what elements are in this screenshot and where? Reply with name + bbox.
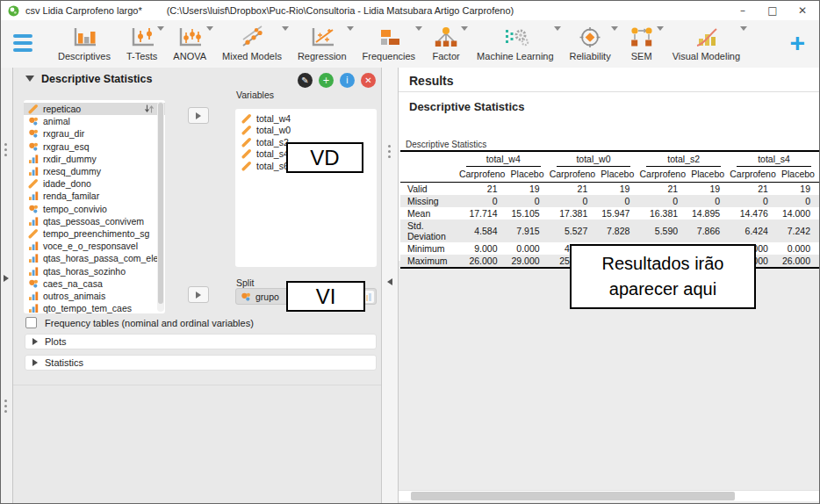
- nominal-variable-icon: [28, 278, 39, 289]
- variable-item[interactable]: total_w4: [235, 112, 377, 125]
- row-label: Mean: [400, 207, 458, 220]
- ribbon-module-t-tests[interactable]: T-Tests: [119, 23, 165, 61]
- ribbon-module-reliability[interactable]: Reliability: [562, 23, 619, 61]
- variable-item[interactable]: qtas_horas_sozinho: [24, 264, 165, 277]
- table-cell: 0: [596, 195, 638, 207]
- splitter-grip-icon[interactable]: [388, 145, 391, 158]
- descriptives-icon: [69, 25, 99, 51]
- assign-split-button[interactable]: [188, 286, 209, 303]
- expand-data-panel-icon[interactable]: [4, 275, 9, 282]
- add-module-button[interactable]: +: [789, 27, 805, 59]
- variable-item[interactable]: rxdir_dummy: [24, 153, 165, 165]
- row-label: Missing: [400, 195, 458, 207]
- maximize-button[interactable]: □: [758, 1, 788, 20]
- sort-az-icon[interactable]: [144, 104, 155, 116]
- split-field-label: Split: [236, 277, 254, 288]
- table-cell: 0: [777, 195, 819, 207]
- table-cell: 0: [549, 195, 597, 207]
- variable-item[interactable]: qto_tempo_tem_caes: [24, 302, 165, 313]
- variable-item[interactable]: caes_na_casa: [24, 277, 165, 290]
- table-cell: 21: [458, 183, 507, 196]
- table-cell: 15.105: [507, 207, 549, 220]
- ribbon-module-regression[interactable]: Regression: [290, 23, 355, 61]
- variable-item[interactable]: renda_familar: [24, 190, 165, 202]
- table-cell: 21: [549, 183, 597, 196]
- chevron-down-icon[interactable]: [206, 26, 213, 31]
- data-panel-splitter[interactable]: [1, 68, 13, 503]
- chevron-down-icon[interactable]: [740, 26, 747, 31]
- variable-item[interactable]: voce_e_o_responsavel: [24, 240, 165, 252]
- close-button[interactable]: ✕: [788, 1, 817, 20]
- variable-name: tempo_preenchimento_sg: [43, 228, 149, 239]
- variable-item[interactable]: tempo_convivio: [24, 203, 165, 215]
- ribbon-module-visual-modeling[interactable]: Visual Modeling: [665, 23, 748, 61]
- variable-item[interactable]: repeticao: [24, 103, 165, 115]
- table-cell: 0: [687, 195, 729, 207]
- table-row: Mean17.71415.10517.38115.94716.38114.895…: [400, 207, 819, 220]
- ordinal-variable-icon: [28, 191, 39, 201]
- chevron-down-icon[interactable]: [347, 26, 354, 31]
- anova-icon: [175, 25, 205, 51]
- results-panel: Results Descriptive Statistics Descripti…: [399, 68, 819, 503]
- chevron-down-icon[interactable]: [657, 26, 664, 31]
- frequency-tables-option: Frequency tables (nominal and ordinal va…: [25, 317, 254, 328]
- duplicate-analysis-button[interactable]: +: [319, 73, 334, 88]
- table-subheader: Carprofeno: [638, 167, 687, 183]
- table-row: Std. Deviation4.5847.9155.5277.8285.5907…: [400, 220, 819, 242]
- statistics-section-bar[interactable]: Statistics: [25, 355, 377, 371]
- analysis-header: Descriptive Statistics ✎+i✕: [13, 72, 381, 90]
- ribbon-module-machine-learning[interactable]: Machine Learning: [469, 23, 561, 61]
- variable-item[interactable]: tempo_preenchimento_sg: [24, 227, 165, 240]
- assigned-variables-list[interactable]: total_w4total_w0total_s2total_s4total_s6: [235, 109, 377, 267]
- variable-item[interactable]: total_w0: [235, 125, 377, 137]
- variable-item[interactable]: qtas_horas_passa_com_ele: [24, 252, 165, 264]
- variable-name: total_w0: [256, 125, 291, 135]
- ribbon-module-factor[interactable]: Factor: [423, 23, 469, 61]
- info-button[interactable]: i: [340, 73, 355, 88]
- chevron-down-icon[interactable]: [415, 26, 422, 31]
- variable-name: qtas_horas_passa_com_ele: [43, 253, 158, 263]
- scale-variable-icon: [28, 178, 39, 189]
- scrollbar-thumb[interactable]: [411, 492, 735, 500]
- variable-item[interactable]: idade_dono: [24, 177, 165, 190]
- variable-item[interactable]: rxesq_dummy: [24, 165, 165, 177]
- splitter-grip-icon[interactable]: [4, 400, 7, 413]
- frequency-tables-label: Frequency tables (nominal and ordinal va…: [45, 318, 254, 328]
- chevron-down-icon[interactable]: [461, 26, 468, 31]
- frequency-tables-checkbox[interactable]: [25, 317, 37, 328]
- chevron-down-icon[interactable]: [554, 26, 561, 31]
- collapse-analysis-icon[interactable]: [25, 76, 34, 82]
- sem-icon: [627, 25, 657, 51]
- variable-item[interactable]: rxgrau_esq: [24, 140, 165, 153]
- chevron-down-icon[interactable]: [282, 26, 289, 31]
- plots-section-bar[interactable]: Plots: [25, 334, 377, 349]
- results-splitter[interactable]: [381, 68, 399, 503]
- table-cell: 19: [507, 183, 549, 196]
- variables-list-scrollbar[interactable]: [157, 102, 164, 312]
- minimize-button[interactable]: –: [728, 1, 758, 20]
- available-variables-list[interactable]: repeticaoanimalrxgrau_dirrxgrau_esqrxdir…: [24, 100, 165, 313]
- analysis-options-panel: Descriptive Statistics ✎+i✕ repeticaoani…: [13, 68, 381, 503]
- chevron-down-icon[interactable]: [611, 26, 618, 31]
- splitter-grip-icon[interactable]: [4, 143, 7, 156]
- ribbon-module-frequencies[interactable]: Frequencies: [355, 23, 424, 61]
- ribbon-module-sem[interactable]: SEM: [619, 23, 665, 61]
- assign-variables-button[interactable]: [188, 107, 209, 124]
- ribbon-module-mixed-models[interactable]: Mixed Models: [214, 23, 290, 61]
- variable-name: rxgrau_dir: [43, 128, 84, 139]
- results-heading[interactable]: Descriptive Statistics: [409, 100, 525, 113]
- collapse-options-icon[interactable]: [387, 278, 392, 285]
- variable-item[interactable]: qtas_pessoas_convivem: [24, 215, 165, 227]
- ribbon-module-anova[interactable]: ANOVA: [165, 23, 214, 61]
- ordinal-variable-icon: [28, 154, 39, 164]
- variable-item[interactable]: outros_animais: [24, 290, 165, 302]
- close-analysis-button[interactable]: ✕: [361, 73, 376, 88]
- variable-item[interactable]: animal: [24, 115, 165, 127]
- main-menu-button[interactable]: [13, 34, 32, 52]
- ribbon-module-descriptives[interactable]: Descriptives: [50, 23, 119, 61]
- results-horizontal-scrollbar[interactable]: [399, 490, 819, 501]
- table-subheader: Carprofeno: [729, 167, 777, 183]
- edit-title-button[interactable]: ✎: [298, 73, 313, 88]
- chevron-down-icon[interactable]: [157, 26, 164, 31]
- variable-item[interactable]: rxgrau_dir: [24, 127, 165, 140]
